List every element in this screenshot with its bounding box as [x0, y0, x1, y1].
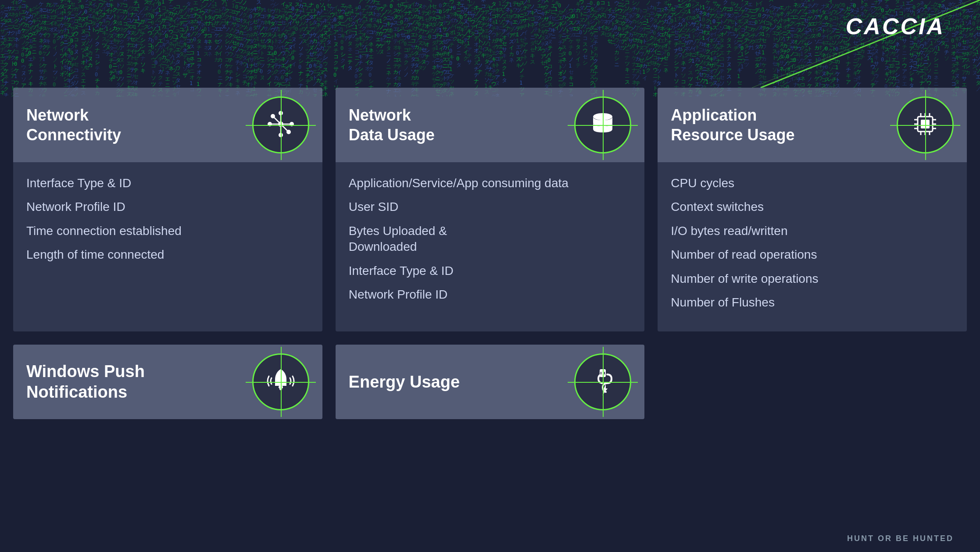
bottom-spacer: [658, 345, 967, 419]
top-row: NetworkConnectivity: [13, 88, 967, 331]
windows-push-header: Windows PushNotifications: [13, 345, 322, 419]
nd-item-4: Interface Type & ID: [349, 263, 632, 279]
nd-item-2: User SID: [349, 199, 632, 215]
windows-push-title: Windows PushNotifications: [26, 361, 243, 403]
svg-line-14: [281, 124, 289, 132]
svg-rect-31: [279, 388, 282, 390]
ar-item-3: I/O bytes read/written: [671, 223, 954, 239]
energy-usage-card: Energy Usage: [336, 345, 645, 419]
energy-icon-circle: [574, 353, 631, 410]
windows-push-card: Windows PushNotifications: [13, 345, 322, 419]
bell-icon: [265, 366, 296, 398]
ar-item-2: Context switches: [671, 199, 954, 215]
ar-item-4: Number of read operations: [671, 247, 954, 263]
svg-rect-30: [279, 386, 283, 388]
app-resource-usage-card: ApplicationResource Usage: [658, 88, 967, 331]
app-resource-header: ApplicationResource Usage: [658, 88, 967, 162]
svg-marker-35: [602, 384, 608, 395]
network-connectivity-card: NetworkConnectivity: [13, 88, 322, 331]
svg-point-15: [593, 113, 612, 120]
network-data-header: NetworkData Usage: [336, 88, 645, 162]
network-data-icon-circle: [574, 96, 631, 153]
cpu-icon: [910, 109, 941, 141]
company-logo: CACCIA: [846, 13, 945, 39]
app-resource-icon-circle: [897, 96, 954, 153]
nc-item-3: Time connection established: [26, 223, 309, 239]
ar-item-5: Number of write operations: [671, 271, 954, 287]
database-icon: [587, 109, 618, 141]
energy-usage-title: Energy Usage: [349, 372, 566, 393]
network-data-body: Application/Service/App consuming data U…: [336, 162, 645, 324]
svg-rect-17: [921, 120, 930, 128]
main-content: NetworkConnectivity: [13, 88, 967, 526]
network-connectivity-header: NetworkConnectivity: [13, 88, 322, 162]
nd-item-5: Network Profile ID: [349, 287, 632, 303]
svg-line-13: [273, 116, 281, 124]
svg-point-5: [279, 111, 283, 115]
network-connectivity-icon-circle: [252, 96, 309, 153]
bottom-row: Windows PushNotifications: [13, 345, 967, 419]
nc-item-4: Length of time connected: [26, 247, 309, 263]
network-data-title: NetworkData Usage: [349, 105, 566, 145]
network-icon: [265, 109, 296, 141]
windows-push-icon-circle: [252, 353, 309, 410]
app-resource-body: CPU cycles Context switches I/O bytes re…: [658, 162, 967, 331]
svg-point-6: [279, 133, 283, 137]
tagline: HUNT OR BE HUNTED: [847, 534, 954, 543]
nd-item-3: Bytes Uploaded &Downloaded: [349, 223, 632, 255]
svg-rect-16: [918, 117, 933, 132]
ar-item-1: CPU cycles: [671, 175, 954, 191]
matrix-background: [0, 0, 980, 96]
ar-item-6: Number of Flushes: [671, 295, 954, 310]
nd-item-1: Application/Service/App consuming data: [349, 175, 632, 191]
network-connectivity-title: NetworkConnectivity: [26, 105, 243, 145]
nc-item-1: Interface Type & ID: [26, 175, 309, 191]
power-icon: [587, 366, 618, 398]
app-resource-title: ApplicationResource Usage: [671, 105, 888, 145]
energy-usage-header: Energy Usage: [336, 345, 645, 419]
nc-item-2: Network Profile ID: [26, 199, 309, 215]
network-connectivity-body: Interface Type & ID Network Profile ID T…: [13, 162, 322, 284]
network-data-usage-card: NetworkData Usage Application/Service/Ap…: [336, 88, 645, 331]
